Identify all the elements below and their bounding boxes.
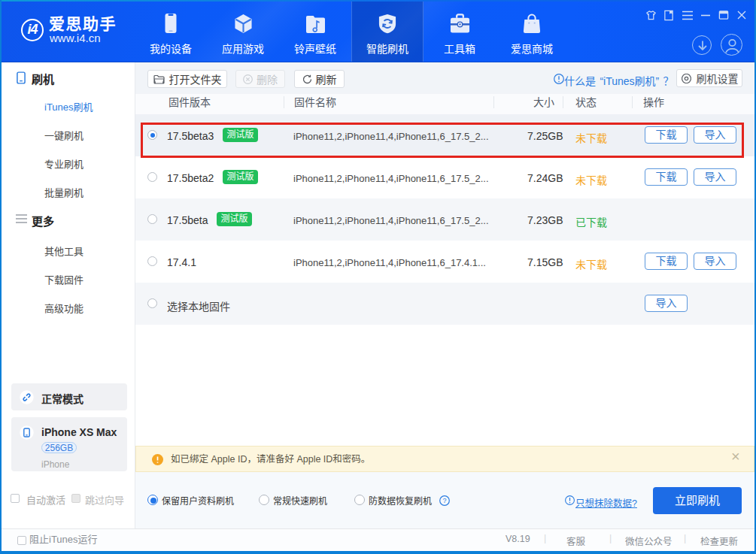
svg-text:?: ?	[442, 497, 446, 504]
